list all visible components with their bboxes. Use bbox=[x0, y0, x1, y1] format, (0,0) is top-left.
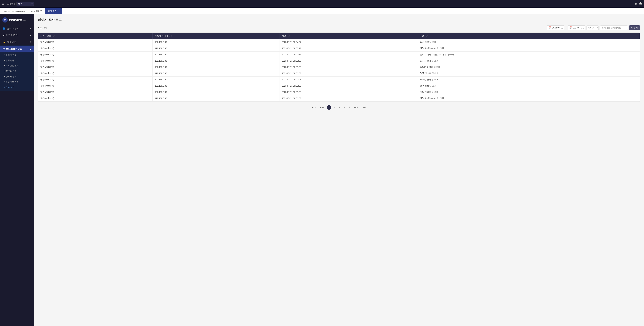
sidebar-logo: M MBUSTER V2.0 bbox=[0, 16, 34, 25]
pagination-first[interactable]: First bbox=[311, 106, 318, 109]
shield-icon: 🛡 bbox=[2, 48, 5, 50]
page-title: 페이지 감사 로그 bbox=[38, 18, 640, 22]
power-icon[interactable]: ⏻ bbox=[639, 2, 642, 6]
logo-icon: M bbox=[2, 17, 8, 22]
cell-time: 2023-07-11 18:01:08 bbox=[280, 89, 418, 95]
sidebar-item-access-mgmt[interactable]: 👤 접속자 관리 ▼ bbox=[0, 25, 34, 32]
sidebar-item-domain-mgmt[interactable]: • 도메인 관리 bbox=[0, 52, 34, 58]
sort-icon-content[interactable]: ▲▼ bbox=[426, 35, 428, 37]
cell-content: 관리자 삭제 : 이름(sss) 아이디(ssss) bbox=[418, 52, 640, 58]
pagination-page-5[interactable]: 5 bbox=[347, 106, 351, 109]
sidebar-mbuster-header[interactable]: 🛡 MBUSTER 관리 ▲ bbox=[0, 46, 34, 52]
search-button[interactable]: Q 검색 bbox=[629, 25, 640, 30]
date-from-value: 2023-07-11 bbox=[552, 26, 563, 29]
cell-user-info: 웰컨(wellconn) bbox=[38, 76, 152, 83]
cell-content: 감사 로그 탭 조회 bbox=[418, 39, 640, 45]
table-row: 웰컨(wellconn) 192.168.0.90 2023-07-11 18:… bbox=[38, 76, 640, 83]
tab-audit-log[interactable]: 감사 로그 ✕ bbox=[45, 8, 62, 14]
filter-select[interactable]: 아이피 bbox=[586, 26, 599, 30]
cell-time: 2023-07-11 18:01:08 bbox=[280, 83, 418, 89]
domain-select[interactable]: 웰컨 bbox=[16, 2, 34, 6]
pagination-page-2[interactable]: 2 bbox=[332, 106, 336, 109]
date-picker-wrapper: 📅 2023-07-11 ~ 📅 2023-07-11 bbox=[547, 25, 585, 30]
cell-user-info: 웰컨(wellconn) bbox=[38, 95, 152, 102]
tab-usage-guide-label: 사용 가이드 bbox=[31, 10, 42, 13]
cell-time: 2023-07-11 18:03:17 bbox=[280, 45, 418, 52]
tab-mbuster-manager[interactable]: MBUSTER MANAGER bbox=[2, 9, 28, 14]
search-input[interactable] bbox=[600, 26, 628, 30]
sidebar-item-password-change[interactable]: • 비밀번호 변경 bbox=[0, 79, 34, 85]
sort-icon-user-info[interactable]: ▲▼ bbox=[52, 35, 56, 37]
logo-text: MBUSTER V2.0 bbox=[9, 18, 26, 22]
cell-time: 2023-07-11 18:01:08 bbox=[280, 76, 418, 83]
cell-user-ip: 192.168.0.90 bbox=[152, 39, 280, 45]
sidebar-item-audit-log[interactable]: • 감사 로그 bbox=[0, 85, 34, 90]
chevron-down-icon-3: ▼ bbox=[30, 41, 32, 43]
tab-audit-log-close[interactable]: ✕ bbox=[58, 10, 59, 12]
cell-time: 2023-07-11 18:01:08 bbox=[280, 64, 418, 70]
col-time: 시간 ▲▼ bbox=[280, 33, 418, 39]
table-row: 웰컨(wellconn) 192.168.0.90 2023-07-11 18:… bbox=[38, 83, 640, 89]
cell-user-ip: 192.168.0.90 bbox=[152, 45, 280, 52]
col-user-ip: 사용자 아이피 ▲▼ bbox=[152, 33, 280, 39]
date-from-input[interactable]: 📅 2023-07-11 bbox=[547, 25, 564, 30]
cell-content: MBuster Manager 탭 조회 bbox=[418, 95, 640, 102]
pagination-next[interactable]: Next bbox=[352, 106, 360, 109]
cell-user-info: 웰컨(wellconn) bbox=[38, 45, 152, 52]
pagination-last[interactable]: Last bbox=[360, 106, 367, 109]
table-row: 웰컨(wellconn) 192.168.0.90 2023-07-11 18:… bbox=[38, 89, 640, 95]
date-to-input[interactable]: 📅 2023-07-11 bbox=[568, 25, 585, 30]
monitor-icon[interactable]: 🖥 bbox=[634, 2, 638, 6]
sidebar-mbuster-section: 🛡 MBUSTER 관리 ▲ • 도메인 관리 • 정책 설정 • 적용URL … bbox=[0, 45, 34, 91]
cell-user-ip: 192.168.0.90 bbox=[152, 83, 280, 89]
sidebar-mbuster-header-label: MBUSTER 관리 bbox=[6, 48, 22, 51]
sidebar-item-stats-mgmt-label: 동계 관리 bbox=[7, 40, 16, 44]
cell-content: 정책 설정 탭 조회 bbox=[418, 83, 640, 89]
tab-bar: MBUSTER MANAGER 사용 가이드 감사 로그 ✕ bbox=[0, 8, 644, 14]
pagination-page-1[interactable]: 1 bbox=[327, 105, 331, 110]
table-row: 웰컨(wellconn) 192.168.0.90 2023-07-11 18:… bbox=[38, 58, 640, 64]
menu-icon[interactable]: ≡ bbox=[2, 2, 4, 6]
person-icon: 👤 bbox=[2, 27, 6, 30]
main-layout: M MBUSTER V2.0 👤 접속자 관리 ▼ M 매크로 관리 ▼ 🌙 동… bbox=[0, 14, 644, 326]
pagination-page-3[interactable]: 3 bbox=[337, 106, 341, 109]
filter-bar: • 총 35개 📅 2023-07-11 ~ 📅 2023-07-11 아이피 … bbox=[38, 25, 640, 30]
cell-content: 관리자 관리 탭 조회 bbox=[418, 58, 640, 64]
sidebar-item-policy-settings[interactable]: • 정책 설정 bbox=[0, 58, 34, 63]
cell-time: 2023-07-11 18:01:08 bbox=[280, 70, 418, 76]
domain-label: 도메인 : bbox=[7, 2, 15, 6]
cell-time: 2023-07-11 18:01:53 bbox=[280, 52, 418, 58]
sidebar-item-stats-mgmt[interactable]: 🌙 동계 관리 ▼ bbox=[0, 38, 34, 45]
sidebar-item-macro-mgmt-label: 매크로 관리 bbox=[6, 34, 18, 37]
sidebar: M MBUSTER V2.0 👤 접속자 관리 ▼ M 매크로 관리 ▼ 🌙 동… bbox=[0, 14, 34, 326]
sidebar-item-bot-list[interactable]: • BOT 리스트 bbox=[0, 68, 34, 74]
pagination-page-4[interactable]: 4 bbox=[342, 106, 346, 109]
col-content: 내용 ▲▼ bbox=[418, 33, 640, 39]
sidebar-item-admin-mgmt[interactable]: • 관리자 관리 bbox=[0, 74, 34, 79]
cell-user-info: 웰컨(wellconn) bbox=[38, 83, 152, 89]
calendar-icon-from: 📅 bbox=[548, 26, 551, 29]
cell-content: 도메인 관리 탭 조회 bbox=[418, 76, 640, 83]
stats-icon: 🌙 bbox=[2, 40, 6, 43]
calendar-icon-to: 📅 bbox=[569, 26, 572, 29]
pagination: First Prev 1 2 3 4 5 Next Last bbox=[38, 105, 640, 110]
table-body: 웰컨(wellconn) 192.168.0.90 2023-07-11 18:… bbox=[38, 39, 640, 102]
cell-user-info: 웰컨(wellconn) bbox=[38, 58, 152, 64]
pagination-prev[interactable]: Prev bbox=[318, 106, 326, 109]
date-to-value: 2023-07-11 bbox=[573, 26, 584, 29]
chevron-down-icon-2: ▼ bbox=[30, 34, 32, 36]
sidebar-item-url-mgmt[interactable]: • 적용URL 관리 bbox=[0, 63, 34, 68]
cell-user-ip: 192.168.0.90 bbox=[152, 64, 280, 70]
cell-user-ip: 192.168.0.90 bbox=[152, 89, 280, 95]
domain-select-wrapper: 웰컨 bbox=[16, 2, 34, 6]
sidebar-item-macro-mgmt[interactable]: M 매크로 관리 ▼ bbox=[0, 32, 34, 38]
audit-log-table: 사용자 정보 ▲▼ 사용자 아이피 ▲▼ 시간 ▲▼ 내용 bbox=[38, 33, 640, 102]
top-bar: ≡ 도메인 : 웰컨 🖥 ⏻ bbox=[0, 0, 644, 8]
tab-audit-log-label: 감사 로그 bbox=[48, 10, 56, 13]
cell-content: MBuster Manager 탭 조회 bbox=[418, 45, 640, 52]
sort-icon-time[interactable]: ▲▼ bbox=[287, 35, 290, 37]
tab-usage-guide[interactable]: 사용 가이드 bbox=[29, 8, 45, 14]
cell-content: BOT 리스트 탭 조회 bbox=[418, 70, 640, 76]
filter-select-wrapper: 아이피 bbox=[586, 26, 599, 30]
sort-icon-user-ip[interactable]: ▲▼ bbox=[169, 35, 172, 37]
